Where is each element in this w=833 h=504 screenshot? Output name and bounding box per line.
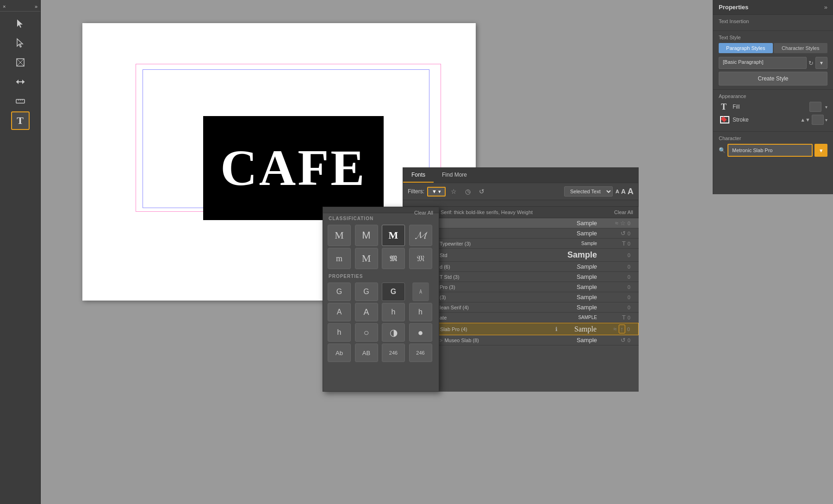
font-num: 0 xyxy=(628,274,634,280)
stroke-dropdown-arrow[interactable]: ▾ xyxy=(825,117,827,123)
filter-arrow-icon: ▾ xyxy=(438,189,441,195)
case-mixed-btn[interactable]: Ab xyxy=(328,344,351,362)
fill-color-swatch[interactable] xyxy=(809,102,821,112)
weight-bold-btn[interactable]: G xyxy=(382,283,405,301)
selected-text-dropdown[interactable]: Selected Text xyxy=(564,186,613,197)
upload-icon-btn[interactable]: ↑ xyxy=(619,325,626,333)
font-num: 0 xyxy=(628,305,634,310)
similar-icon-btn[interactable]: ≈ xyxy=(615,220,618,227)
class-serif-btn[interactable]: M xyxy=(328,225,351,246)
class-gothic-btn[interactable]: 𝔐 xyxy=(409,248,432,269)
refresh-icon-btn[interactable]: ↺ xyxy=(476,186,487,197)
font-list-item[interactable]: d (6) Sample 0 xyxy=(435,262,639,272)
expand-icon[interactable]: » xyxy=(35,4,37,9)
weight-regular-btn[interactable]: G xyxy=(355,283,378,301)
style-dropdown-field[interactable]: [Basic Paragraph] xyxy=(719,57,807,69)
frame-tool[interactable] xyxy=(11,53,30,72)
svg-marker-7 xyxy=(16,80,19,84)
style-dropdown-arrow[interactable]: ▾ xyxy=(815,57,827,69)
fonts-tab[interactable]: Fonts xyxy=(403,168,434,183)
class-slab-btn[interactable]: M xyxy=(355,248,378,269)
font-list-item[interactable]: Typewriter (3) Sample T 0 xyxy=(435,239,639,249)
class-bold-serif-btn[interactable]: M xyxy=(382,225,405,246)
similar2-icon-btn[interactable]: ≈ xyxy=(613,326,616,332)
height-c-btn[interactable]: A xyxy=(355,303,378,321)
x-height-mid-btn[interactable]: h xyxy=(409,303,432,321)
appearance-section: Appearance T Fill ▾ Stroke ▲▼ ▾ xyxy=(713,90,833,132)
circle-mid-btn[interactable]: ◑ xyxy=(382,323,405,342)
classification-panel: Clear All CLASSIFICATION M M M 𝓜 m M 𝕸 𝔐… xyxy=(323,207,439,392)
close-icon[interactable]: × xyxy=(3,4,6,9)
font-item-icons: T 0 xyxy=(611,314,634,321)
refresh-icon[interactable]: ↻ xyxy=(808,60,814,67)
style-dropdown-row: [Basic Paragraph] ↻ ▾ xyxy=(719,57,827,69)
font-num: 0 xyxy=(628,241,634,246)
character-styles-tab[interactable]: Character Styles xyxy=(774,43,828,53)
stroke-color-swatch[interactable] xyxy=(812,115,824,125)
expand-museo-btn[interactable]: > xyxy=(440,338,442,343)
panel-expand-icon[interactable]: » xyxy=(824,4,827,11)
font-list-item[interactable]: Std Sample 0 xyxy=(435,249,639,262)
font-list-item[interactable]: Sample ≈ ☆ 0 xyxy=(435,218,639,228)
direct-select-tool[interactable] xyxy=(11,34,30,52)
class-blackletter-btn[interactable]: 𝕸 xyxy=(382,248,405,269)
cloud-icon-btn[interactable]: ↺ xyxy=(621,230,626,237)
text-style-section: Text Style Paragraph Styles Character St… xyxy=(713,31,833,90)
info-icon-btn[interactable]: ℹ xyxy=(555,326,558,332)
type-T-icon-btn[interactable]: T xyxy=(622,314,626,321)
transform-tool[interactable] xyxy=(11,73,30,91)
x-height-low-btn[interactable]: h xyxy=(382,303,405,321)
font-item-icons: 0 xyxy=(611,252,634,258)
class-small-serif-btn[interactable]: m xyxy=(328,248,351,269)
font-list-item[interactable]: T Std (3) Sample 0 xyxy=(435,272,639,282)
circle-filled-btn[interactable]: ● xyxy=(409,323,432,342)
circle-open-btn[interactable]: ○ xyxy=(355,323,378,342)
fill-dropdown-arrow[interactable]: ▾ xyxy=(825,104,827,110)
type-tool[interactable]: T xyxy=(11,111,30,130)
size-large-btn[interactable]: A xyxy=(628,187,634,197)
font-list-item[interactable]: Pro (3) Sample 0 xyxy=(435,282,639,292)
x-height-high-btn[interactable]: h xyxy=(328,323,351,342)
recent-icon-btn[interactable]: ◷ xyxy=(462,186,473,197)
panel-header: Properties » xyxy=(713,0,833,15)
character-label: Character xyxy=(719,135,827,141)
font-list-item[interactable]: Sample ↺ 0 xyxy=(435,228,639,239)
select-tool[interactable] xyxy=(11,14,30,33)
num-style-1-btn[interactable]: 246 xyxy=(382,344,405,362)
filter-funnel-button[interactable]: ▼ ▾ xyxy=(427,187,446,197)
class-script-btn[interactable]: 𝓜 xyxy=(409,225,432,246)
clear-all-fonts-button[interactable]: Clear All xyxy=(614,209,633,215)
font-list-item[interactable]: (3) Sample 0 xyxy=(435,292,639,302)
favorites-icon-btn[interactable]: ☆ xyxy=(448,186,460,197)
size-medium-btn[interactable]: A xyxy=(621,187,626,197)
toolbar-header: × » xyxy=(0,2,40,12)
font-search-input[interactable] xyxy=(727,144,813,157)
font-item-icons: ↺ 0 xyxy=(611,337,634,344)
weight-light-btn[interactable]: G xyxy=(328,283,351,301)
font-list-item[interactable]: > Museo Slab (8) Sample ↺ 0 xyxy=(435,335,639,345)
type-icon-btn[interactable]: T xyxy=(622,240,626,247)
cafe-text: CAFE xyxy=(220,139,366,197)
font-dropdown-button[interactable]: ▾ xyxy=(814,144,827,157)
stroke-icon xyxy=(719,115,729,125)
case-upper-btn[interactable]: AB xyxy=(355,344,378,362)
font-list-item[interactable]: ate SAMPLE T 0 xyxy=(435,313,639,323)
height-b-btn[interactable]: A xyxy=(328,303,351,321)
find-more-tab[interactable]: Find More xyxy=(434,168,475,183)
text-style-label: Text Style xyxy=(719,35,827,40)
size-small-btn[interactable]: A xyxy=(615,187,619,197)
class-sans-btn[interactable]: M xyxy=(355,225,378,246)
cloud2-icon-btn[interactable]: ↺ xyxy=(621,337,626,344)
font-item-name: d (6) xyxy=(440,264,560,270)
create-style-button[interactable]: Create Style xyxy=(719,72,827,86)
measure-tool[interactable] xyxy=(11,92,30,111)
text-frame[interactable]: CAFE xyxy=(143,69,429,208)
funnel-icon: ▼ xyxy=(432,189,437,194)
clear-all-classification-button[interactable]: Clear All xyxy=(414,210,433,215)
paragraph-styles-tab[interactable]: Paragraph Styles xyxy=(719,43,773,53)
font-list-item-selected[interactable]: Slab Pro (4) ℹ Sample ≈ ↑ 0 xyxy=(435,323,639,335)
font-list-item[interactable]: lean Serif (4) Sample 0 xyxy=(435,302,639,313)
height-a-btn[interactable]: A xyxy=(412,283,429,301)
num-style-2-btn[interactable]: 246 xyxy=(409,344,432,362)
star-icon-btn[interactable]: ☆ xyxy=(620,220,626,227)
